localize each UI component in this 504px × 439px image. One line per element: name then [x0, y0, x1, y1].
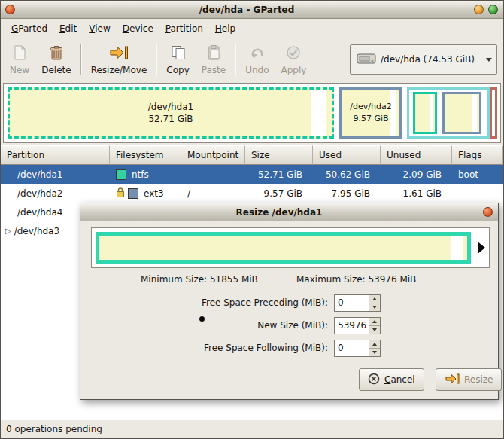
- column-header-size[interactable]: Size: [245, 145, 313, 165]
- spin-up-button[interactable]: [369, 318, 380, 325]
- disk-visual-panel: /dev/hda1 52.71 GiB /dev/hda2 9.57 GiB: [3, 83, 501, 143]
- new-button: New: [4, 41, 35, 78]
- toolbar: New Delete Resize/Move Copy Paste Undo A…: [1, 38, 503, 81]
- window-close-button[interactable]: [5, 5, 15, 14]
- free-space-following-input[interactable]: [334, 340, 369, 357]
- disk-segment-logical-1[interactable]: [413, 92, 437, 134]
- pending-operations-status: 0 operations pending: [6, 424, 102, 434]
- device-selector[interactable]: /dev/hda (74.53 GiB): [350, 44, 497, 75]
- menu-device[interactable]: Device: [117, 20, 159, 37]
- resize-visual-frame: [91, 227, 490, 268]
- chevron-up-icon: [372, 343, 377, 346]
- menu-edit[interactable]: Edit: [53, 20, 83, 37]
- column-header-unused[interactable]: Unused: [381, 145, 452, 165]
- spin-down-button[interactable]: [369, 325, 380, 334]
- cell-size: 9.57 GiB: [245, 184, 313, 203]
- menu-view[interactable]: View: [83, 20, 116, 37]
- chevron-down-icon: [486, 58, 492, 62]
- new-size-spinner: [334, 317, 381, 334]
- lock-icon: [116, 187, 125, 200]
- disk-icon: [357, 53, 376, 67]
- column-header-used[interactable]: Used: [313, 145, 381, 165]
- trash-icon: [48, 44, 65, 63]
- window-titlebar: /dev/hda - GParted: [1, 1, 503, 19]
- cell-filesystem: ext3: [110, 184, 181, 203]
- segment-name: /dev/hda1: [148, 101, 193, 113]
- cell-mountpoint: [181, 165, 245, 184]
- resize-partition-block[interactable]: [96, 232, 471, 264]
- table-header: Partition Filesystem Mountpoint Size Use…: [1, 145, 503, 165]
- spin-down-button[interactable]: [369, 303, 380, 311]
- cell-filesystem: ntfs: [110, 165, 181, 184]
- window-maximize-button[interactable]: [488, 5, 498, 14]
- chevron-down-icon: [372, 306, 377, 309]
- copy-icon: [170, 44, 187, 63]
- table-row[interactable]: /dev/hda1 ntfs 52.71 GiB 50.62 GiB 2.09 …: [1, 165, 503, 184]
- disk-segment-small[interactable]: [490, 87, 497, 139]
- cell-size: 52.71 GiB: [245, 165, 313, 184]
- free-space-preceding-label: Free Space Preceding (MiB):: [80, 297, 334, 308]
- cell-used: 7.95 GiB: [313, 184, 381, 203]
- column-header-partition[interactable]: Partition: [1, 145, 110, 165]
- resize-dialog: Resize /dev/hda1 Minimum Size: 51855 MiB…: [80, 203, 499, 400]
- free-space-preceding-input[interactable]: [334, 294, 369, 312]
- dialog-close-button[interactable]: [483, 207, 493, 217]
- circle-x-icon: [368, 373, 380, 387]
- cancel-button[interactable]: Cancel: [359, 368, 424, 391]
- cell-mountpoint: /: [181, 184, 245, 203]
- cell-flags: boot: [452, 165, 503, 184]
- spin-up-button[interactable]: [369, 340, 380, 348]
- undo-button: Undo: [239, 41, 275, 78]
- chevron-down-icon: [372, 351, 377, 354]
- window-minimize-button[interactable]: [474, 5, 484, 14]
- chevron-up-icon: [372, 320, 377, 323]
- menu-help[interactable]: Help: [209, 20, 241, 37]
- apply-check-icon: [285, 44, 302, 63]
- new-size-input[interactable]: [334, 317, 369, 334]
- segment-size: 9.57 GiB: [353, 113, 388, 125]
- copy-button[interactable]: Copy: [160, 41, 195, 78]
- free-space-stripe: [451, 236, 463, 260]
- column-header-filesystem[interactable]: Filesystem: [110, 145, 181, 165]
- maximum-size-label: Maximum Size: 53976 MiB: [296, 274, 416, 285]
- dialog-title: Resize /dev/hda1: [80, 207, 478, 218]
- gparted-window: /dev/hda - GParted GParted Edit View Dev…: [0, 0, 504, 439]
- free-space-following-spinner: [334, 340, 381, 357]
- minimum-size-label: Minimum Size: 51855 MiB: [141, 274, 258, 285]
- delete-button[interactable]: Delete: [35, 41, 77, 78]
- menu-gparted[interactable]: GParted: [5, 20, 53, 37]
- disk-segment-extended[interactable]: [407, 87, 490, 139]
- cell-unused: 2.09 GiB: [381, 165, 452, 184]
- window-title: /dev/hda - GParted: [20, 5, 474, 15]
- statusbar: 0 operations pending: [1, 419, 503, 438]
- column-header-flags[interactable]: Flags: [452, 145, 503, 165]
- table-row[interactable]: /dev/hda2 ext3 / 9.57 GiB 7.95 GiB 1.61 …: [1, 184, 503, 203]
- column-header-mountpoint[interactable]: Mountpoint: [181, 145, 245, 165]
- disk-segment-logical-2[interactable]: [442, 92, 481, 134]
- free-space-following-label: Free Space Following (MiB):: [80, 343, 334, 353]
- disk-segment-hda2[interactable]: /dev/hda2 9.57 GiB: [339, 87, 402, 139]
- toolbar-separator: [156, 44, 157, 75]
- fs-color-swatch: [116, 169, 126, 180]
- device-selector-value: /dev/hda (74.53 GiB): [381, 54, 475, 65]
- resize-move-button[interactable]: Resize/Move: [85, 41, 153, 78]
- fs-color-swatch: [128, 188, 138, 199]
- expander-triangle-icon[interactable]: ▷: [5, 227, 11, 235]
- resize-move-arrow-icon: [108, 44, 129, 63]
- resize-button[interactable]: Resize: [436, 368, 502, 391]
- paste-icon: [205, 44, 222, 63]
- chevron-up-icon: [372, 297, 377, 300]
- spin-down-button[interactable]: [369, 348, 380, 356]
- cell-flags: [452, 184, 503, 203]
- resize-grow-handle-icon[interactable]: [478, 242, 485, 254]
- dialog-titlebar: Resize /dev/hda1: [80, 203, 498, 221]
- resize-move-arrow-icon: [445, 373, 460, 387]
- spin-up-button[interactable]: [369, 295, 380, 303]
- cell-partition: /dev/hda2: [1, 184, 110, 203]
- menu-partition[interactable]: Partition: [159, 20, 209, 37]
- cell-partition: /dev/hda1: [1, 165, 110, 184]
- apply-button: Apply: [275, 41, 313, 78]
- toolbar-separator: [235, 44, 236, 75]
- device-selector-dropdown[interactable]: [481, 45, 496, 74]
- disk-segment-hda1[interactable]: /dev/hda1 52.71 GiB: [8, 87, 334, 139]
